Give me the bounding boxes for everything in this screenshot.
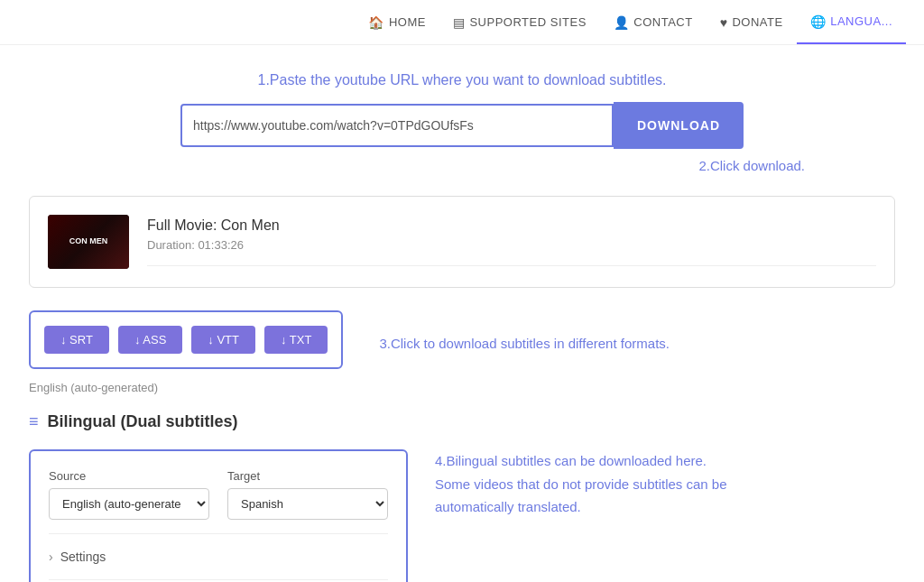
format-row: ↓ SRT ↓ ASS ↓ VTT ↓ TXT 3.Click to downl…	[29, 310, 895, 376]
url-input-wrapper	[180, 104, 614, 147]
video-card: CON MEN Full Movie: Con Men Duration: 01…	[29, 196, 895, 288]
source-target-row: Source English (auto-generate Target Spa…	[49, 469, 388, 520]
txt-button[interactable]: ↓ TXT	[264, 326, 328, 354]
settings-label: Settings	[60, 550, 106, 564]
target-select[interactable]: Spanish	[227, 488, 388, 520]
source-label: Source	[49, 469, 209, 483]
url-input[interactable]	[184, 107, 610, 143]
bilingual-hint: 4.Bilingual subtitles can be downloaded …	[435, 449, 742, 519]
format-section: ↓ SRT ↓ ASS ↓ VTT ↓ TXT 3.Click to downl…	[29, 310, 895, 394]
nav-contact[interactable]: 👤 CONTACT	[600, 0, 707, 44]
bilingual-icon: ≡	[29, 412, 39, 431]
srt-button[interactable]: ↓ SRT	[44, 326, 109, 354]
settings-arrow-icon: ›	[49, 550, 53, 564]
format-lang-label: English (auto-generated)	[29, 381, 895, 394]
video-title: Full Movie: Con Men	[147, 217, 876, 234]
step1-label: 1.Paste the youtube URL where you want t…	[29, 72, 895, 88]
target-group: Target Spanish	[227, 469, 388, 520]
url-row: DOWNLOAD	[29, 102, 895, 149]
heart-icon: ♥	[720, 15, 728, 30]
bilingual-section: ≡ Bilingual (Dual subtitles) Source Engl…	[29, 412, 895, 582]
settings-row[interactable]: › Settings	[49, 545, 388, 568]
step2-label: 2.Click download.	[29, 158, 895, 173]
nav-home[interactable]: 🏠 HOME	[355, 0, 439, 44]
format-buttons-box: ↓ SRT ↓ ASS ↓ VTT ↓ TXT	[29, 310, 343, 369]
download-button[interactable]: DOWNLOAD	[614, 102, 744, 149]
language-icon: 🌐	[810, 14, 827, 29]
video-thumbnail: CON MEN	[48, 215, 129, 269]
navbar: 🏠 HOME ▤ SUPPORTED SITES 👤 CONTACT ♥ DON…	[0, 0, 924, 45]
nav-language[interactable]: 🌐 LANGUA...	[797, 0, 906, 44]
list-icon: ▤	[453, 15, 466, 30]
ass-button[interactable]: ↓ ASS	[118, 326, 182, 354]
source-group: Source English (auto-generate	[49, 469, 209, 520]
video-duration: Duration: 01:33:26	[147, 238, 876, 252]
bilingual-body: Source English (auto-generate Target Spa…	[29, 449, 895, 582]
bilingual-box: Source English (auto-generate Target Spa…	[29, 449, 408, 582]
nav-donate[interactable]: ♥ DONATE	[707, 0, 797, 44]
target-label: Target	[227, 469, 388, 483]
contact-icon: 👤	[614, 15, 630, 30]
step3-hint: 3.Click to download subtitles in differe…	[379, 336, 670, 351]
nav-supported-sites[interactable]: ▤ SUPPORTED SITES	[439, 0, 600, 44]
home-icon: 🏠	[368, 15, 384, 30]
thumb-text: CON MEN	[69, 236, 108, 247]
bilingual-header: ≡ Bilingual (Dual subtitles)	[29, 412, 895, 431]
source-select[interactable]: English (auto-generate	[49, 488, 209, 520]
video-info: Full Movie: Con Men Duration: 01:33:26	[147, 217, 876, 266]
vtt-button[interactable]: ↓ VTT	[191, 326, 255, 354]
